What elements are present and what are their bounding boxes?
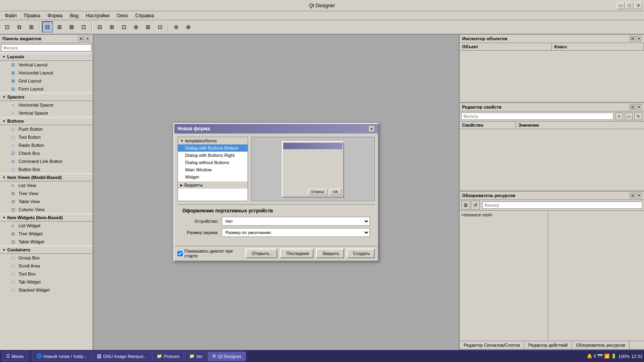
template-main-window[interactable]: Main Window bbox=[178, 166, 248, 173]
widget-filter-input[interactable] bbox=[1, 44, 91, 51]
object-inspector-float[interactable]: ⊡ bbox=[630, 36, 635, 41]
widget-grid-layout[interactable]: ⊞ Grid Layout bbox=[0, 77, 93, 85]
show-dialog-checkbox[interactable] bbox=[178, 251, 183, 256]
resource-new-btn[interactable]: ⊞ bbox=[461, 201, 470, 210]
property-filter-clear[interactable]: — bbox=[625, 112, 633, 120]
panel-close-btn[interactable]: ✕ bbox=[85, 36, 90, 41]
menu-settings[interactable]: Настройки bbox=[83, 12, 113, 19]
widget-table-view[interactable]: ⊟ Table View bbox=[0, 197, 93, 206]
widget-table-widget[interactable]: ⊟ Table Widget bbox=[0, 238, 93, 246]
toolbar-tab[interactable]: ⊕ bbox=[183, 21, 194, 33]
toolbar-paste[interactable]: ⊞ bbox=[26, 21, 37, 33]
template-dialog-buttons-bottom[interactable]: Dialog with Buttons Bottom bbox=[178, 144, 248, 152]
widget-stacked-widget[interactable]: □ Stacked Widget bbox=[0, 286, 93, 294]
widget-group-box[interactable]: □ Group Box bbox=[0, 254, 93, 262]
device-select[interactable]: Нет bbox=[222, 217, 370, 226]
category-spacers[interactable]: ▼ Spacers bbox=[0, 93, 93, 101]
toolbar-align2[interactable]: ⊞ bbox=[106, 21, 118, 33]
taskbar-item-3[interactable]: 📁 bin bbox=[185, 352, 207, 361]
taskbar-menu-btn[interactable]: ☰ Меню bbox=[2, 352, 28, 361]
widget-vertical-layout[interactable]: ⊟ Vertical Layout bbox=[0, 61, 93, 69]
template-dialog-buttons-right[interactable]: Dialog with Buttons Right bbox=[178, 152, 248, 159]
object-inspector-close[interactable]: ✕ bbox=[636, 36, 642, 41]
widget-vertical-spacer[interactable]: ↕ Vertical Spacer bbox=[0, 109, 93, 117]
menu-window[interactable]: Окно bbox=[114, 12, 131, 19]
tab-signals-slots[interactable]: Редактор Сигналов/Слотов bbox=[460, 341, 524, 349]
taskbar-item-4[interactable]: ⚙ Qt Designer bbox=[208, 352, 246, 361]
toolbar-align5[interactable]: ⊞ bbox=[142, 21, 154, 33]
category-layouts[interactable]: ▼ Layouts bbox=[0, 53, 93, 61]
menu-form[interactable]: Форма bbox=[44, 12, 66, 19]
toolbar-align6[interactable]: ⊡ bbox=[155, 21, 166, 33]
property-filter-add[interactable]: + bbox=[615, 112, 623, 120]
taskbar-item-2[interactable]: 📁 Pictures bbox=[152, 352, 184, 361]
template-dialog-without-buttons[interactable]: Dialog without Buttons bbox=[178, 159, 248, 166]
toolbar-layout3[interactable]: ⊠ bbox=[66, 21, 77, 33]
menu-edit[interactable]: Правка bbox=[21, 12, 44, 19]
widget-list-widget[interactable]: ≡ List Widget bbox=[0, 222, 93, 230]
widget-check-box[interactable]: ☑ Check Box bbox=[0, 149, 93, 157]
toolbar-align3[interactable]: ⊡ bbox=[118, 21, 130, 33]
widget-tool-box[interactable]: □ Tool Box bbox=[0, 270, 93, 278]
maximize-button[interactable]: □ bbox=[625, 2, 634, 9]
list-widget-icon: ≡ bbox=[10, 222, 16, 229]
toolbar-new[interactable]: ⊡ bbox=[2, 21, 13, 33]
recent-button[interactable]: Последние bbox=[280, 249, 313, 258]
template-group-header[interactable]: ▼ templates/forms bbox=[178, 137, 248, 144]
widget-radio-button[interactable]: ○ Radio Button bbox=[0, 141, 93, 149]
property-editor-float[interactable]: ⊡ bbox=[630, 104, 635, 110]
property-editor-close[interactable]: ✕ bbox=[636, 104, 642, 110]
menu-file[interactable]: Файл bbox=[2, 12, 20, 19]
widget-horizontal-spacer[interactable]: ↔ Horizontal Spacer bbox=[0, 101, 93, 109]
widget-tree-view[interactable]: ⊞ Tree View bbox=[0, 189, 93, 197]
open-button[interactable]: Открыть... bbox=[246, 249, 277, 258]
widget-tab-widget[interactable]: □ Tab Widget bbox=[0, 278, 93, 286]
preview-cancel-btn[interactable]: Отмена bbox=[308, 189, 328, 195]
resource-browser-float[interactable]: ⊡ bbox=[630, 193, 635, 198]
resource-filter-input[interactable] bbox=[482, 202, 642, 209]
device-styling-title: Оформление портативных устройств bbox=[182, 208, 370, 214]
property-filter-input[interactable] bbox=[461, 113, 613, 120]
template-widget[interactable]: Widget bbox=[178, 173, 248, 181]
category-containers[interactable]: ▼ Containers bbox=[0, 246, 93, 254]
tab-actions[interactable]: Редактор действий bbox=[524, 341, 572, 349]
toolbar-align4[interactable]: ⊕ bbox=[130, 21, 142, 33]
widget-scroll-area[interactable]: □ Scroll Area bbox=[0, 262, 93, 270]
screen-select[interactable]: Размер по умолчанию bbox=[222, 228, 370, 237]
window-controls: — □ ✕ bbox=[617, 2, 642, 9]
create-button[interactable]: Создать bbox=[347, 249, 375, 258]
resource-browser-close[interactable]: ✕ bbox=[636, 193, 642, 198]
widget-button-box[interactable]: □ Button Box bbox=[0, 165, 93, 173]
widget-tree-widget[interactable]: ⊞ Tree Widget bbox=[0, 230, 93, 238]
widget-list-view[interactable]: ≡ List View bbox=[0, 181, 93, 189]
minimize-button[interactable]: — bbox=[617, 2, 625, 9]
close-button[interactable]: ✕ bbox=[634, 2, 642, 9]
toolbar-copy[interactable]: ⧉ bbox=[14, 21, 25, 33]
toolbar-connect[interactable]: ⊛ bbox=[171, 21, 182, 33]
category-item-widgets[interactable]: ▼ Item Widgets (Item-Based) bbox=[0, 214, 93, 222]
widget-column-view[interactable]: ⊟ Column View bbox=[0, 206, 93, 214]
widget-horizontal-layout[interactable]: ⊞ Horizontal Layout bbox=[0, 69, 93, 77]
taskbar-item-0[interactable]: 🌐 Новый топик / Хабр... bbox=[32, 352, 92, 361]
toolbar-layout4[interactable]: ⊡ bbox=[78, 21, 89, 33]
template-widgets-group-header[interactable]: ▶ Виджеты bbox=[178, 181, 248, 189]
property-filter-edit[interactable]: ✎ bbox=[634, 112, 642, 120]
widget-command-link[interactable]: ⊙ Command Link Button bbox=[0, 157, 93, 165]
toolbar-align1[interactable]: ⊟ bbox=[94, 21, 105, 33]
taskbar-item-1[interactable]: 🖼 GNU Image Manipul... bbox=[93, 352, 151, 361]
resource-refresh-btn[interactable]: ↺ bbox=[471, 201, 480, 210]
widget-tool-button[interactable]: □ Tool Button bbox=[0, 133, 93, 141]
category-item-views[interactable]: ▼ Item Views (Model-Based) bbox=[0, 173, 93, 181]
dialog-close-button[interactable]: ✕ bbox=[368, 125, 375, 132]
toolbar-layout2[interactable]: ⊞ bbox=[54, 21, 65, 33]
close-button[interactable]: Закрыть bbox=[316, 249, 344, 258]
toolbar-layout1[interactable]: ⊟ bbox=[42, 21, 53, 33]
menu-help[interactable]: Справка bbox=[132, 12, 157, 19]
menu-view[interactable]: Вид bbox=[66, 12, 82, 19]
widget-form-layout[interactable]: ⊟ Form Layout bbox=[0, 85, 93, 93]
widget-push-button[interactable]: □ Push Button bbox=[0, 125, 93, 133]
category-buttons[interactable]: ▼ Buttons bbox=[0, 117, 93, 125]
panel-float-btn[interactable]: ⊡ bbox=[78, 36, 84, 41]
preview-ok-btn[interactable]: OK bbox=[329, 189, 342, 195]
tab-resources[interactable]: Обзореватель ресурсов bbox=[572, 341, 630, 349]
